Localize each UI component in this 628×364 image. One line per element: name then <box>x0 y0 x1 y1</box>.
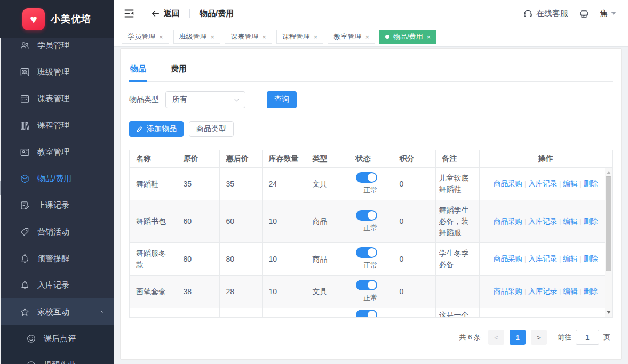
cell-remark: 儿童软底舞蹈鞋 <box>435 168 479 200</box>
action-separator: | <box>579 255 581 263</box>
item-type-select[interactable]: 所有 <box>165 91 245 108</box>
sidebar-item-提醒作业[interactable]: 提醒作业 <box>0 352 114 364</box>
action-link-编辑[interactable]: 编辑 <box>563 287 577 295</box>
action-link-删除[interactable]: 删除 <box>583 287 598 295</box>
cell-points: 0 <box>393 168 435 200</box>
sidebar-item-教室管理[interactable]: 教室管理 <box>0 139 114 165</box>
sidebar-fold-icon[interactable] <box>123 7 135 19</box>
cell-type: 商品 <box>306 200 349 243</box>
sidebar-item-上课记录[interactable]: 上课记录 <box>0 192 114 219</box>
sidebar-scrollbar[interactable] <box>0 38 1 364</box>
action-separator: | <box>579 180 581 188</box>
action-link-商品采购[interactable]: 商品采购 <box>494 217 522 225</box>
prev-page-button[interactable]: < <box>488 330 504 345</box>
cell-stock <box>262 308 306 318</box>
sidebar-item-营销活动[interactable]: 营销活动 <box>0 219 114 245</box>
sidebar-item-label: 提醒作业 <box>44 360 76 364</box>
action-link-入库记录[interactable]: 入库记录 <box>528 217 557 225</box>
close-icon[interactable]: × <box>427 33 431 41</box>
action-link-入库记录[interactable]: 入库记录 <box>528 180 557 188</box>
query-button[interactable]: 查询 <box>267 91 297 108</box>
next-page-button[interactable]: > <box>531 330 547 345</box>
cell-actions: 商品采购|入库记录|编辑|删除 <box>479 168 612 200</box>
user-menu[interactable]: 焦 <box>600 9 616 19</box>
action-separator: | <box>579 218 581 225</box>
content: 物品 费用 物品类型 所有 查询 添加物品 商品类型 <box>114 47 628 364</box>
goto-page-input[interactable] <box>576 330 599 345</box>
close-icon[interactable]: × <box>211 33 215 41</box>
table-row: 舞蹈书包 60 60 10 商品 正常 0 舞蹈学生必备，装舞蹈服 商品采购|入… <box>130 200 612 243</box>
action-link-删除[interactable]: 删除 <box>583 217 598 225</box>
column-header-备注: 备注 <box>435 150 479 167</box>
action-separator: | <box>559 255 561 263</box>
sidebar-section-label: 家校互动 <box>37 307 69 317</box>
open-tab-学员管理[interactable]: 学员管理 × <box>122 30 169 44</box>
page-1-button[interactable]: 1 <box>510 330 526 345</box>
sidebar-item-预警提醒[interactable]: 预警提醒 <box>0 245 114 272</box>
table-scrollbar-thumb[interactable] <box>606 176 611 271</box>
open-tab-教室管理[interactable]: 教室管理 × <box>328 30 375 44</box>
cell-name: 舞蹈书包 <box>130 200 177 243</box>
breadcrumb: 物品/费用 <box>200 9 234 19</box>
action-link-商品采购[interactable]: 商品采购 <box>494 180 522 188</box>
close-icon[interactable]: × <box>365 33 369 41</box>
cell-original-price: 35 <box>177 168 219 200</box>
add-item-button[interactable]: 添加物品 <box>129 121 184 137</box>
sidebar-item-物品/费用[interactable]: 物品/费用 <box>0 165 114 192</box>
cell-name: 舞蹈服冬款 <box>130 243 177 276</box>
status-toggle[interactable] <box>356 280 377 290</box>
sidebar-item-班级管理[interactable]: 班级管理 <box>0 59 114 85</box>
action-link-编辑[interactable]: 编辑 <box>563 180 577 188</box>
cell-actions: 商品采购|入库记录|编辑|删除 <box>479 200 612 243</box>
action-link-删除[interactable]: 删除 <box>583 255 598 263</box>
back-label: 返回 <box>164 9 180 19</box>
online-service-button[interactable]: 在线客服 <box>523 9 568 19</box>
sidebar-section-家校互动[interactable]: 家校互动 <box>0 298 114 325</box>
sidebar-item-课程管理[interactable]: 课程管理 <box>0 112 114 139</box>
open-tab-课表管理[interactable]: 课表管理 × <box>225 30 272 44</box>
action-link-删除[interactable]: 删除 <box>583 180 598 188</box>
cell-discounted-price: 28 <box>219 276 262 308</box>
tab-fees[interactable]: 费用 <box>170 59 188 81</box>
close-icon[interactable]: × <box>314 33 318 41</box>
status-toggle[interactable] <box>356 172 377 183</box>
sidebar-item-课表管理[interactable]: 课表管理 <box>0 85 114 112</box>
cell-actions: 商品采购|入库记录|编辑|删除 <box>479 308 612 318</box>
action-link-入库记录[interactable]: 入库记录 <box>528 255 557 263</box>
back-button[interactable]: 返回 <box>151 9 180 19</box>
status-toggle[interactable] <box>356 310 377 317</box>
sidebar-item-label: 课后点评 <box>44 334 76 344</box>
arrow-left-icon <box>151 9 160 18</box>
sidebar-item-label: 课程管理 <box>37 120 69 131</box>
action-link-商品采购[interactable]: 商品采购 <box>494 287 522 295</box>
cell-stock: 10 <box>262 276 306 308</box>
table-row: 正常 这是一个测试 商品采购|入库记录|编辑|删除 <box>130 308 612 318</box>
cell-name: 画笔套盒 <box>130 276 177 308</box>
status-toggle[interactable] <box>356 247 377 258</box>
action-link-编辑[interactable]: 编辑 <box>563 255 577 263</box>
status-toggle[interactable] <box>356 210 377 221</box>
goods-icon <box>20 174 30 184</box>
sidebar-item-课后点评[interactable]: 课后点评 <box>0 325 114 352</box>
printer-icon[interactable] <box>579 9 589 19</box>
tab-items[interactable]: 物品 <box>129 59 147 82</box>
smiley-icon <box>26 360 36 364</box>
scroll-down-arrow-icon[interactable] <box>607 311 611 314</box>
action-link-入库记录[interactable]: 入库记录 <box>528 287 557 295</box>
close-icon[interactable]: × <box>159 33 163 41</box>
filter-row: 物品类型 所有 查询 <box>129 91 613 108</box>
table-scrollbar[interactable] <box>605 168 612 317</box>
classroom-icon <box>20 147 30 157</box>
close-icon[interactable]: × <box>262 33 266 41</box>
open-tab-课程管理[interactable]: 课程管理 × <box>276 30 324 44</box>
sidebar-scrollbar-thumb[interactable] <box>0 181 1 195</box>
open-tab-物品/费用[interactable]: 物品/费用 × <box>379 30 436 44</box>
table-header-row: 名称原价惠后价库存数量类型状态积分备注操作 <box>130 150 612 167</box>
open-tab-班级管理[interactable]: 班级管理 × <box>173 30 221 44</box>
action-link-编辑[interactable]: 编辑 <box>563 217 577 225</box>
open-tab-label: 学员管理 <box>128 32 155 42</box>
item-type-manage-button[interactable]: 商品类型 <box>189 121 234 137</box>
action-link-商品采购[interactable]: 商品采购 <box>494 255 522 263</box>
sidebar-item-入库记录[interactable]: 入库记录 <box>0 272 114 298</box>
scroll-up-arrow-icon[interactable] <box>607 171 611 174</box>
